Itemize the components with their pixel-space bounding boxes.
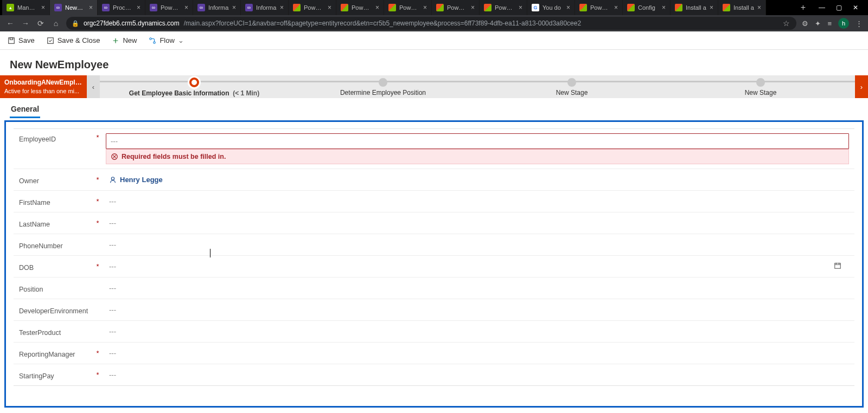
label-position: Position <box>19 283 90 293</box>
input-testerproduct[interactable]: --- <box>106 326 849 337</box>
close-tab-icon[interactable]: × <box>137 4 141 11</box>
stage-dot-icon <box>189 78 199 87</box>
browser-menu-icon[interactable]: ⋮ <box>856 20 863 28</box>
input-developerenvironment[interactable]: --- <box>106 305 849 315</box>
maximize-icon[interactable]: ▢ <box>836 4 842 11</box>
stage-dot-icon <box>756 78 765 87</box>
nav-reload-icon[interactable]: ⟳ <box>36 18 46 28</box>
close-tab-icon[interactable]: × <box>184 4 188 11</box>
browser-tab[interactable]: Power P× <box>384 0 432 15</box>
tab-label: Power P <box>399 4 420 11</box>
close-tab-icon[interactable]: × <box>614 4 618 11</box>
field-startingpay: StartingPay * --- <box>14 364 854 385</box>
process-next-icon[interactable]: › <box>855 75 868 98</box>
minimize-icon[interactable]: ― <box>819 4 825 11</box>
extensions-icon[interactable]: ✦ <box>815 20 821 28</box>
close-tab-icon[interactable]: × <box>519 4 522 11</box>
svg-point-6 <box>111 177 114 179</box>
input-firstname[interactable]: --- <box>106 196 849 206</box>
favicon-icon: ∞ <box>197 4 205 11</box>
tab-label: Config <box>638 4 659 11</box>
process-prev-icon[interactable]: ‹ <box>87 75 100 98</box>
close-tab-icon[interactable]: × <box>328 4 331 11</box>
nav-home-icon[interactable]: ⌂ <box>51 18 61 28</box>
url-bar[interactable]: 🔒 orgc27fdeb6.crm5.dynamics.com/main.asp… <box>66 17 796 30</box>
tab-general[interactable]: General <box>10 101 40 118</box>
favicon-icon <box>388 4 396 11</box>
browser-tab[interactable]: Power P× <box>336 0 384 15</box>
tools-icon[interactable]: ⚙ <box>802 20 808 28</box>
command-bar: Save Save & Close New Flow ⌄ <box>0 31 868 50</box>
field-reportingmanager: ReportingManager * --- <box>14 342 854 364</box>
reading-list-icon[interactable]: ≡ <box>827 20 832 28</box>
calendar-icon[interactable] <box>834 262 841 271</box>
browser-tab[interactable]: Power P× <box>289 0 336 15</box>
nav-forward-icon[interactable]: → <box>21 18 30 28</box>
favicon-icon <box>627 4 635 11</box>
input-dob[interactable]: --- <box>106 261 849 272</box>
close-window-icon[interactable]: ✕ <box>853 4 858 11</box>
close-tab-icon[interactable]: × <box>280 4 284 11</box>
process-header[interactable]: OnboardingANewEmplo... Active for less t… <box>0 75 87 98</box>
browser-tab[interactable]: ∞Informa× <box>193 0 241 15</box>
new-button[interactable]: New <box>112 36 137 44</box>
save-button[interactable]: Save <box>8 36 35 44</box>
nav-back-icon[interactable]: ← <box>5 18 15 28</box>
browser-tab[interactable]: ∞Power A× <box>145 0 193 15</box>
new-tab-button[interactable]: + <box>795 3 811 12</box>
browser-tab[interactable]: ∞NewEm× <box>50 0 98 15</box>
close-tab-icon[interactable]: × <box>662 4 666 11</box>
close-tab-icon[interactable]: × <box>757 4 761 11</box>
input-startingpay[interactable]: --- <box>106 370 849 380</box>
input-phonenumber[interactable]: --- <box>106 240 849 250</box>
browser-tab[interactable]: ▴Manage× <box>2 0 50 15</box>
browser-tab[interactable]: Install a× <box>671 0 718 15</box>
form-section-general: EmployeeID * --- Required fields must be… <box>14 128 854 386</box>
browser-tab[interactable]: Power P× <box>575 0 623 15</box>
close-tab-icon[interactable]: × <box>471 4 475 11</box>
browser-tab[interactable]: Power P× <box>432 0 480 15</box>
input-lastname[interactable]: --- <box>106 218 849 228</box>
svg-rect-7 <box>835 263 841 269</box>
process-status: Active for less than one mi... <box>4 87 82 95</box>
tab-label: NewEm <box>65 4 86 11</box>
browser-tab[interactable]: GYou do× <box>527 0 575 15</box>
url-host: orgc27fdeb6.crm5.dynamics.com <box>84 20 180 27</box>
field-position: Position --- <box>14 277 854 299</box>
close-tab-icon[interactable]: × <box>423 4 427 11</box>
close-tab-icon[interactable]: × <box>232 4 236 11</box>
required-mark: * <box>95 262 100 270</box>
profile-avatar[interactable]: h <box>838 18 849 29</box>
field-firstname: FirstName * --- <box>14 190 854 212</box>
label-phonenumber: PhoneNumber <box>19 240 90 250</box>
nav-end: ⚙ ✦ ≡ h ⋮ <box>802 18 863 29</box>
browser-tab[interactable]: Install a× <box>718 0 766 15</box>
close-tab-icon[interactable]: × <box>710 4 713 11</box>
stage-dot-icon <box>379 78 387 87</box>
input-owner[interactable]: Henry Legge <box>106 175 849 185</box>
close-tab-icon[interactable]: × <box>566 4 570 11</box>
close-tab-icon[interactable]: × <box>89 4 93 11</box>
field-dob: DOB * --- <box>14 255 854 277</box>
flow-button[interactable]: Flow ⌄ <box>149 36 183 44</box>
browser-tab[interactable]: Power P× <box>480 0 527 15</box>
star-icon[interactable]: ☆ <box>781 18 791 28</box>
process-stages: Get Employee Basic Information (< 1 Min)… <box>100 75 855 98</box>
tab-label: Power A <box>161 4 181 11</box>
owner-lookup[interactable]: Henry Legge <box>109 176 846 184</box>
favicon-icon <box>675 4 682 11</box>
close-tab-icon[interactable]: × <box>375 4 379 11</box>
browser-tab[interactable]: ∞Process× <box>98 0 145 15</box>
browser-tab[interactable]: Config× <box>623 0 671 15</box>
process-name: OnboardingANewEmplo... <box>4 79 82 87</box>
window-controls: ― ▢ ✕ <box>811 4 866 11</box>
label-lastname: LastName <box>19 218 90 228</box>
input-position[interactable]: --- <box>106 283 849 293</box>
browser-tab[interactable]: ∞Informa× <box>241 0 289 15</box>
input-reportingmanager[interactable]: --- <box>106 348 849 358</box>
close-tab-icon[interactable]: × <box>41 4 45 11</box>
save-and-close-button[interactable]: Save & Close <box>47 36 100 44</box>
required-mark: * <box>95 219 100 227</box>
input-employeeid[interactable]: --- <box>106 133 849 149</box>
label-dob: DOB <box>19 262 90 272</box>
